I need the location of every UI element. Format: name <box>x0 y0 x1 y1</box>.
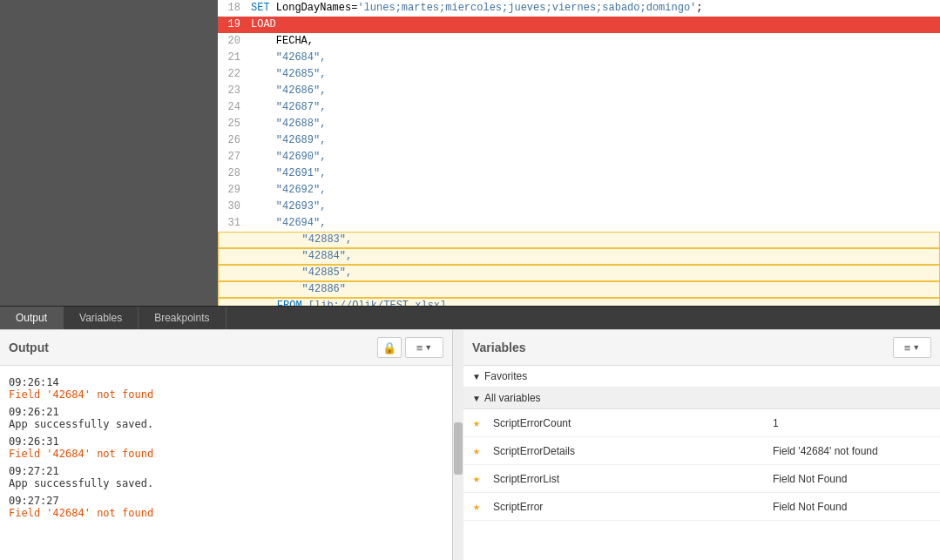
line-number: 18 <box>218 0 251 17</box>
line-content: LOAD <box>251 17 940 33</box>
table-row: 25 "42688", <box>218 116 940 132</box>
star-icon[interactable]: ★ <box>463 415 490 430</box>
variable-name: ScriptError <box>490 501 766 513</box>
variables-toolbar: ≡ ▼ <box>893 337 931 358</box>
line-content: "42885", <box>252 265 939 281</box>
scroll-thumb[interactable] <box>454 422 463 475</box>
variable-value: Field Not Found <box>766 501 940 513</box>
code-area: 18SET LongDayNames='lunes;martes;miercol… <box>0 0 940 306</box>
line-content: "42690", <box>251 149 940 165</box>
line-content: SET LongDayNames='lunes;martes;miercoles… <box>251 0 940 17</box>
line-content: "42688", <box>251 116 940 132</box>
line-number: 31 <box>218 215 251 232</box>
line-content: "42883", <box>252 232 939 248</box>
log-info: App successfully saved. <box>9 477 443 489</box>
tab-variables[interactable]: Variables <box>64 307 139 329</box>
line-number: 23 <box>218 83 251 99</box>
table-row: 24 "42687", <box>218 99 940 116</box>
output-content: 09:26:14Field '42684' not found09:26:21A… <box>0 366 452 560</box>
line-content: "42685", <box>251 66 940 83</box>
variable-name: ScriptErrorList <box>490 473 766 485</box>
variables-panel: Variables ≡ ▼ ▼ Favorites ▼ All variable… <box>463 330 940 560</box>
log-error: Field '42684' not found <box>9 448 443 460</box>
table-row: 29 "42692", <box>218 182 940 199</box>
favorites-chevron: ▼ <box>472 372 481 381</box>
table-row: 18SET LongDayNames='lunes;martes;miercol… <box>218 0 940 17</box>
log-timestamp: 09:26:31 <box>9 435 443 448</box>
favorites-section[interactable]: ▼ Favorites <box>463 366 940 388</box>
table-row: 31 "42694", <box>218 215 940 232</box>
table-row: 21 "42684", <box>218 50 940 66</box>
line-content: "42884", <box>252 248 939 265</box>
table-row: 26 "42689", <box>218 132 940 149</box>
star-icon[interactable]: ★ <box>463 471 490 486</box>
line-content: "42692", <box>251 182 940 199</box>
line-number: 29 <box>218 182 251 199</box>
variable-value: Field Not Found <box>766 473 940 485</box>
variable-row: ★ScriptErrorCount1 <box>463 409 940 437</box>
sidebar-panel <box>0 0 218 306</box>
line-content: "42687", <box>251 99 940 116</box>
line-number: 24 <box>218 99 251 116</box>
output-panel: Output 🔒 ≡ ▼ 09:26:14Field '42684' not f… <box>0 330 453 560</box>
menu-icon: ≡ <box>416 341 423 354</box>
variables-content: ▼ Favorites ▼ All variables ★ScriptError… <box>463 366 940 560</box>
lock-icon: 🔒 <box>382 341 396 354</box>
variable-value: Field '42684' not found <box>766 445 940 457</box>
favorites-label: Favorites <box>484 370 527 382</box>
log-timestamp: 09:27:27 <box>9 495 443 507</box>
variables-menu-button[interactable]: ≡ ▼ <box>893 337 931 358</box>
output-toolbar: 🔒 ≡ ▼ <box>377 337 443 358</box>
variable-rows: ★ScriptErrorCount1★ScriptErrorDetailsFie… <box>463 409 940 521</box>
line-content: "42689", <box>251 132 940 149</box>
variables-menu-icon: ≡ <box>904 341 911 354</box>
log-info: App successfully saved. <box>9 418 443 430</box>
bottom-tabs: OutputVariablesBreakpoints <box>0 306 940 329</box>
lock-button[interactable]: 🔒 <box>377 337 402 358</box>
menu-button[interactable]: ≡ ▼ <box>405 337 443 358</box>
line-number: 25 <box>218 116 251 132</box>
table-row: "42884", <box>218 248 940 265</box>
variable-row: ★ScriptErrorListField Not Found <box>463 465 940 493</box>
all-variables-chevron: ▼ <box>472 394 481 403</box>
line-number: 22 <box>218 66 251 83</box>
log-error: Field '42684' not found <box>9 388 443 401</box>
star-icon[interactable]: ★ <box>463 499 490 514</box>
table-row: "42886" <box>218 281 940 298</box>
variable-name: ScriptErrorDetails <box>490 445 766 457</box>
output-title: Output <box>9 341 49 354</box>
tab-output[interactable]: Output <box>0 307 64 329</box>
table-row: "42883", <box>218 232 940 248</box>
line-number: 27 <box>218 149 251 165</box>
table-row: "42885", <box>218 265 940 281</box>
star-icon[interactable]: ★ <box>463 443 490 458</box>
line-content: "42694", <box>251 215 940 232</box>
line-content: "42684", <box>251 50 940 66</box>
line-number: 28 <box>218 165 251 182</box>
log-error: Field '42684' not found <box>9 507 443 519</box>
variable-row: ★ScriptErrorDetailsField '42684' not fou… <box>463 437 940 465</box>
table-row: 28 "42691", <box>218 165 940 182</box>
variables-dropdown-icon: ▼ <box>912 343 920 352</box>
table-row: 19LOAD <box>218 17 940 33</box>
log-timestamp: 09:26:14 <box>9 376 443 388</box>
line-number: 21 <box>218 50 251 66</box>
code-editor[interactable]: 18SET LongDayNames='lunes;martes;miercol… <box>218 0 940 306</box>
line-content: FECHA, <box>251 33 940 50</box>
line-number: 20 <box>218 33 251 50</box>
log-timestamp: 09:27:21 <box>9 465 443 477</box>
code-lines: 18SET LongDayNames='lunes;martes;miercol… <box>218 0 940 306</box>
table-row: FROM [lib://Qlik/TEST.xlsx] <box>218 298 940 306</box>
bottom-panel: Output 🔒 ≡ ▼ 09:26:14Field '42684' not f… <box>0 329 940 560</box>
log-timestamp: 09:26:21 <box>9 406 443 418</box>
line-number: 30 <box>218 199 251 215</box>
output-panel-header: Output 🔒 ≡ ▼ <box>0 330 452 366</box>
line-content: "42886" <box>252 281 939 298</box>
line-content: "42686", <box>251 83 940 99</box>
tab-breakpoints[interactable]: Breakpoints <box>139 307 226 329</box>
output-scrollbar[interactable] <box>453 330 463 560</box>
variable-name: ScriptErrorCount <box>490 417 766 429</box>
dropdown-arrow-icon: ▼ <box>424 343 432 352</box>
all-variables-section[interactable]: ▼ All variables <box>463 388 940 409</box>
table-row: 22 "42685", <box>218 66 940 83</box>
